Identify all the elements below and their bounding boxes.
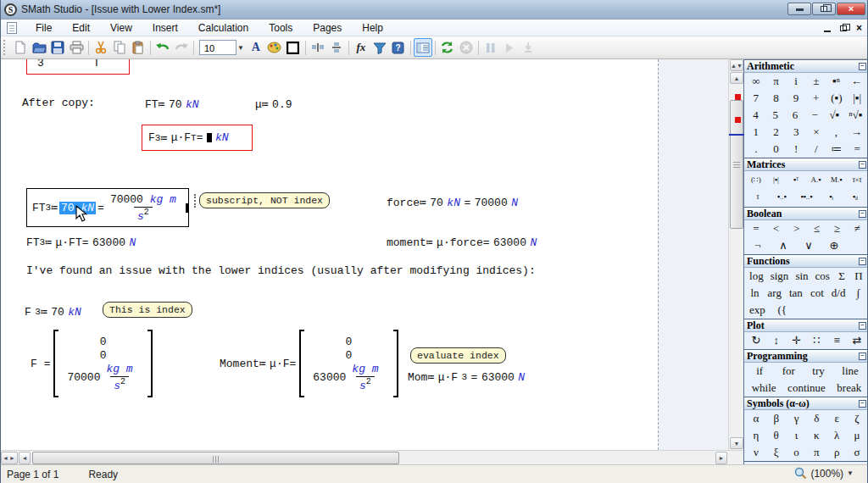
font-button[interactable]: A <box>247 38 265 57</box>
palette-button[interactable]: tan <box>787 286 804 301</box>
palette-button[interactable]: ! <box>789 142 803 157</box>
formula-moment-eval[interactable]: moment≔ μ·force= 63000 N <box>387 235 537 250</box>
palette-button[interactable]: + <box>810 91 823 106</box>
paste-button[interactable] <box>129 38 147 57</box>
palette-button[interactable]: cot <box>809 286 826 301</box>
palette-button[interactable]: arg <box>766 286 783 301</box>
palette-button[interactable]: |▪| <box>769 175 782 185</box>
palette-button[interactable]: 6 <box>788 108 802 123</box>
palette-button[interactable]: α <box>749 411 763 426</box>
print-button[interactable] <box>67 38 86 57</box>
formula-force-def[interactable]: force≔ 70 kN = 70000 N <box>387 195 518 210</box>
vertical-scrollbar[interactable]: ▲▼ ▲ ▼ <box>728 59 743 450</box>
palette-button[interactable]: , <box>829 125 843 140</box>
palette-button[interactable]: Π <box>852 269 865 284</box>
palette-button[interactable]: M.▪ <box>829 175 843 185</box>
horizontal-scroll-thumb[interactable] <box>32 452 399 464</box>
collapse-icon[interactable]: − <box>859 210 866 218</box>
palette-button[interactable]: 8 <box>769 91 782 106</box>
palette-button[interactable]: σ <box>850 445 864 460</box>
palette-button[interactable]: ρ <box>830 445 843 460</box>
collapse-icon[interactable]: − <box>859 63 866 70</box>
horizontal-scrollbar[interactable]: ◄► ◄ ► <box>1 450 743 464</box>
font-size-input[interactable] <box>199 40 236 55</box>
palette-button[interactable]: ≔ <box>829 142 843 157</box>
palette-button[interactable]: ī×ī <box>850 175 864 185</box>
collapse-icon[interactable]: − <box>859 400 866 408</box>
palette-button[interactable]: ▪ᵢ <box>825 192 838 202</box>
palette-button[interactable]: ∧ <box>776 238 790 253</box>
menu-item[interactable]: Insert <box>142 19 188 36</box>
palette-button[interactable]: / <box>810 142 823 157</box>
note-subscript[interactable]: subscript, NOT index <box>199 192 330 208</box>
save-button[interactable] <box>48 38 67 57</box>
zoom-control[interactable]: (100%) ▼ <box>794 467 854 480</box>
palette-button[interactable]: try <box>810 364 826 379</box>
palette-button[interactable]: 2 <box>769 125 782 140</box>
new-button[interactable] <box>11 38 30 57</box>
palette-button[interactable]: ∞ <box>749 74 763 89</box>
palette-button[interactable]: 4 <box>749 108 763 123</box>
cut-button[interactable] <box>92 38 110 57</box>
palette-button[interactable]: ≤ <box>810 221 823 236</box>
zoom-dropdown-icon[interactable]: ▼ <box>847 469 854 477</box>
palette-button[interactable]: |▪| <box>850 91 864 106</box>
palette-button[interactable]: γ <box>790 411 804 426</box>
palette-button[interactable]: ο <box>790 445 804 460</box>
undo-button[interactable] <box>153 38 172 57</box>
formula-active-ft3[interactable]: FT3 ≔ 70 kN = 70000 kg m s2 <box>26 188 189 227</box>
formula-mu-def[interactable]: μ ≔ 0.9 <box>255 97 292 112</box>
stop-button[interactable] <box>457 38 476 57</box>
palette-button[interactable]: i <box>789 74 803 89</box>
formula-f3-def[interactable]: F 3≔ 70 kN <box>25 304 81 319</box>
open-button[interactable] <box>30 38 48 57</box>
palette-button[interactable]: continue <box>786 380 827 396</box>
palette-button[interactable]: break <box>835 380 863 396</box>
menu-item[interactable]: Tools <box>259 19 303 36</box>
formula-cut-top[interactable]: 3 ' T - <box>26 59 130 75</box>
scroll-left-button[interactable]: ◄ <box>19 452 31 464</box>
menu-item[interactable]: View <box>100 19 142 36</box>
palette-button[interactable]: 3 <box>789 125 803 140</box>
palette-button[interactable]: ▪▪..▪ <box>798 192 814 202</box>
menu-item[interactable]: Edit <box>62 19 100 36</box>
palette-button[interactable]: ∷ <box>810 333 823 348</box>
align-vertical-button[interactable] <box>327 38 346 57</box>
palette-button[interactable]: ν <box>749 445 763 460</box>
help-button[interactable]: ? <box>389 38 408 57</box>
mdi-minimize-button[interactable] <box>824 31 831 32</box>
function-button[interactable]: fx <box>352 38 370 57</box>
align-horizontal-button[interactable] <box>309 38 327 57</box>
note-index[interactable]: This is index <box>103 302 192 318</box>
palette-button[interactable]: ▪ᵢⱼ <box>849 192 862 202</box>
palette-button[interactable]: (∷) <box>749 175 763 185</box>
palette-button[interactable]: 0 <box>769 142 782 157</box>
palette-button[interactable]: exp <box>748 303 767 318</box>
border-button[interactable] <box>284 38 303 57</box>
menu-item[interactable]: Calculation <box>188 19 259 36</box>
palette-button[interactable]: ¬ <box>751 238 765 253</box>
palette-button[interactable]: (▪) <box>829 91 843 106</box>
close-button[interactable]: × <box>837 3 865 15</box>
formula-matrix-f[interactable]: F = 0 0 70000 kg ms2 <box>31 329 153 398</box>
worksheet-canvas[interactable]: 3 ' T - After copy: FT ≔ 70 kN μ ≔ 0.9 F… <box>1 59 728 450</box>
palette-button[interactable]: ε <box>830 411 843 426</box>
menu-item[interactable]: File <box>25 19 62 36</box>
palette-button[interactable]: → <box>849 125 864 140</box>
palette-button[interactable]: ξ <box>770 445 783 460</box>
collapse-icon[interactable]: − <box>859 258 866 265</box>
collapse-icon[interactable]: − <box>859 322 866 330</box>
collapse-icon[interactable]: − <box>859 353 866 360</box>
palette-button[interactable]: . <box>749 142 763 157</box>
pause-button[interactable] <box>481 38 500 57</box>
palette-button[interactable]: ↕ <box>770 333 783 348</box>
palette-button[interactable]: ▪ⁿ <box>829 74 843 89</box>
palette-button[interactable]: cos <box>814 269 832 284</box>
palette-button[interactable]: ({ <box>776 303 789 318</box>
palette-button[interactable]: log <box>748 269 765 284</box>
text-issue[interactable]: I've found an issue with the lower indic… <box>26 264 536 277</box>
palette-button[interactable]: A.▪ <box>810 175 823 185</box>
note-evaluate[interactable]: evaluate index <box>410 347 506 364</box>
palette-button[interactable]: π <box>769 74 782 89</box>
mdi-close-button[interactable]: × <box>856 23 862 33</box>
